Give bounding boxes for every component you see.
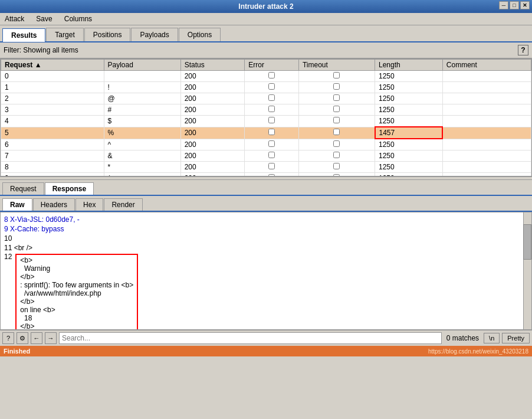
cell-status: 200 [180, 127, 245, 139]
cell-timeout [298, 150, 375, 162]
cell-length: 1250 [375, 139, 443, 150]
back-button[interactable]: ← [31, 332, 42, 344]
menu-columns[interactable]: Columns [62, 14, 94, 24]
cell-request: 1 [1, 82, 104, 93]
response-warning-block: 12 <b> Warning </b> : sprintf(): Too few… [4, 253, 528, 330]
col-header-request[interactable]: Request ▲ [1, 60, 104, 71]
cell-timeout [298, 139, 375, 150]
cell-timeout [298, 104, 375, 116]
cell-payload: ! [104, 82, 180, 93]
cell-status: 200 [180, 139, 245, 150]
tab-options[interactable]: Options [179, 28, 221, 41]
minimize-button[interactable]: ─ [499, 1, 508, 9]
cell-comment [442, 93, 531, 104]
results-table-container: Request ▲ Payload Status Error Timeout L… [0, 58, 532, 176]
table-row[interactable]: 2@2001250 [1, 93, 531, 104]
cell-status: 200 [180, 162, 245, 173]
cell-status: 200 [180, 150, 245, 162]
sub-tabs: Request Response [0, 180, 532, 196]
cell-timeout [298, 71, 375, 82]
status-text: Finished [4, 348, 30, 355]
cell-request: 0 [1, 71, 104, 82]
maximize-button[interactable]: □ [510, 1, 519, 9]
scrollbar-thumb[interactable] [523, 224, 531, 260]
tab-results[interactable]: Results [2, 28, 45, 42]
cell-request: 5 [1, 127, 104, 139]
response-tab-headers[interactable]: Headers [33, 198, 75, 211]
table-row[interactable]: 8*2001250 [1, 162, 531, 173]
cell-request: 4 [1, 116, 104, 127]
table-row[interactable]: 1!2001250 [1, 82, 531, 93]
warning-box: <b> Warning </b> : sprintf(): Too few ar… [15, 254, 138, 330]
table-row[interactable]: 02001250 [1, 71, 531, 82]
menu-save[interactable]: Save [34, 14, 54, 24]
response-line-8: 8 X-Via-JSL: 0d60de7, - [4, 215, 528, 224]
cell-request: 3 [1, 104, 104, 116]
response-line-10: 10 [4, 234, 528, 243]
pretty-button[interactable]: Pretty [502, 333, 530, 343]
cell-status: 200 [180, 104, 245, 116]
cell-request: 6 [1, 139, 104, 150]
cell-length: 1250 [375, 162, 443, 173]
bottom-toolbar: ? ⚙ ← → 0 matches \n Pretty [0, 330, 532, 346]
cell-request: 7 [1, 150, 104, 162]
cell-payload: & [104, 150, 180, 162]
forward-button[interactable]: → [45, 332, 57, 344]
col-header-error[interactable]: Error [245, 60, 299, 71]
table-row[interactable]: 6^2001250 [1, 139, 531, 150]
search-input[interactable] [59, 332, 442, 344]
cell-request: 8 [1, 162, 104, 173]
cell-status: 200 [180, 82, 245, 93]
cell-comment [442, 71, 531, 82]
cell-status: 200 [180, 116, 245, 127]
response-tab-raw[interactable]: Raw [2, 198, 32, 211]
cell-comment [442, 104, 531, 116]
filter-help-button[interactable]: ? [518, 45, 528, 55]
cell-error [245, 162, 299, 173]
cell-payload: % [104, 127, 180, 139]
table-row[interactable]: 7&2001250 [1, 150, 531, 162]
col-header-timeout[interactable]: Timeout [298, 60, 375, 71]
tab-payloads[interactable]: Payloads [131, 28, 178, 41]
cell-payload [104, 71, 180, 82]
cell-length: 1250 [375, 116, 443, 127]
col-header-status[interactable]: Status [180, 60, 245, 71]
subtab-response[interactable]: Response [45, 182, 94, 195]
tab-positions[interactable]: Positions [84, 28, 131, 41]
cell-comment [442, 82, 531, 93]
settings-button[interactable]: ⚙ [17, 332, 28, 344]
close-button[interactable]: ✕ [520, 1, 530, 9]
cell-payload: ^ [104, 139, 180, 150]
cell-comment [442, 116, 531, 127]
cell-error [245, 104, 299, 116]
cell-error [245, 150, 299, 162]
table-row[interactable]: 3#2001250 [1, 104, 531, 116]
cell-error [245, 71, 299, 82]
table-row[interactable]: 4$2001250 [1, 116, 531, 127]
status-url: https://blog.csdn.net/weixin_43203218 [428, 348, 528, 355]
main-tabs: Results Target Positions Payloads Option… [0, 25, 532, 42]
cell-status: 200 [180, 71, 245, 82]
menu-attack[interactable]: Attack [2, 14, 27, 24]
subtab-request[interactable]: Request [2, 182, 44, 195]
window-title: Intruder attack 2 [238, 2, 293, 11]
response-tab-render[interactable]: Render [104, 198, 142, 211]
cell-timeout [298, 93, 375, 104]
filter-bar: Filter: Showing all items ? [0, 42, 532, 58]
scrollbar[interactable] [523, 212, 531, 329]
table-row[interactable]: 5%2001457 [1, 127, 531, 139]
help-button[interactable]: ? [2, 332, 14, 344]
cell-error [245, 116, 299, 127]
newline-button[interactable]: \n [484, 333, 500, 343]
col-header-comment[interactable]: Comment [442, 60, 531, 71]
cell-timeout [298, 82, 375, 93]
cell-comment [442, 127, 531, 139]
tab-target[interactable]: Target [46, 28, 83, 41]
response-tab-hex[interactable]: Hex [75, 198, 103, 211]
col-header-payload[interactable]: Payload [104, 60, 180, 71]
response-line-11: 11 <br /> [4, 243, 528, 253]
response-line-9: 9 X-Cache: bypass [4, 224, 528, 234]
cell-payload: @ [104, 93, 180, 104]
cell-status: 200 [180, 93, 245, 104]
col-header-length[interactable]: Length [375, 60, 443, 71]
